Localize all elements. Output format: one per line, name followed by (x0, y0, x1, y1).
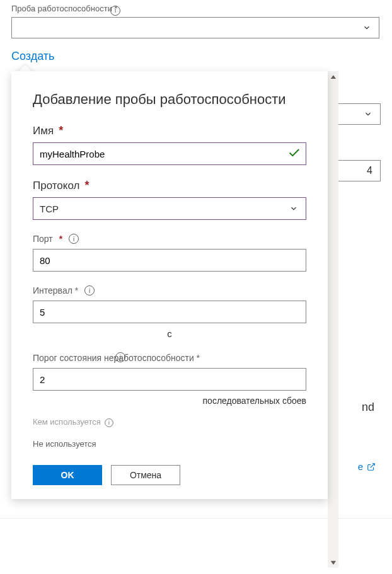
healthprobe-label: Проба работоспособности * (11, 4, 381, 13)
chevron-down-icon (288, 204, 299, 213)
scrollbar[interactable]: ▲ ▼ (328, 71, 338, 568)
info-icon[interactable]: i (115, 352, 125, 362)
chevron-down-icon (362, 110, 374, 118)
scroll-up-icon: ▲ (329, 73, 338, 80)
protocol-value: TCP (40, 204, 59, 214)
chevron-down-icon (361, 23, 372, 32)
scroll-down-icon: ▼ (329, 559, 338, 566)
add-health-probe-panel: Добавление пробы работоспособности Имя *… (11, 71, 328, 499)
info-icon[interactable]: i (69, 234, 79, 244)
usedby-label: Кем используется (33, 417, 101, 427)
interval-input[interactable] (33, 301, 306, 323)
required-star: * (59, 124, 63, 137)
name-label: Имя (33, 125, 54, 137)
info-icon[interactable]: i (84, 285, 95, 296)
info-icon[interactable]: i (110, 6, 120, 16)
interval-label: Интервал * (33, 285, 78, 296)
ok-button[interactable]: OK (33, 465, 102, 485)
port-label: Порт (33, 234, 53, 244)
checkmark-icon (287, 146, 301, 162)
protocol-label: Протокол (33, 180, 79, 192)
required-star: * (59, 234, 62, 244)
usedby-value: Не используется (33, 439, 306, 449)
svg-line-0 (371, 463, 374, 467)
name-input[interactable] (33, 142, 306, 165)
threshold-suffix: последовательных сбоев (203, 396, 306, 406)
interval-unit: с (167, 328, 172, 339)
background-partial-link[interactable]: e (358, 461, 376, 472)
external-link-icon (367, 462, 376, 471)
healthprobe-dropdown[interactable] (11, 17, 379, 38)
info-icon[interactable]: i (105, 418, 114, 427)
threshold-input[interactable] (33, 368, 306, 391)
panel-title: Добавление пробы работоспособности (33, 91, 306, 108)
required-star: * (84, 179, 89, 192)
port-input[interactable] (33, 249, 306, 272)
protocol-select[interactable]: TCP (33, 197, 306, 220)
background-partial-text: nd (362, 401, 374, 414)
background-numeric-value: 4 (367, 165, 372, 176)
create-new-link[interactable]: Создать (11, 50, 54, 63)
cancel-button[interactable]: Отмена (111, 465, 180, 485)
